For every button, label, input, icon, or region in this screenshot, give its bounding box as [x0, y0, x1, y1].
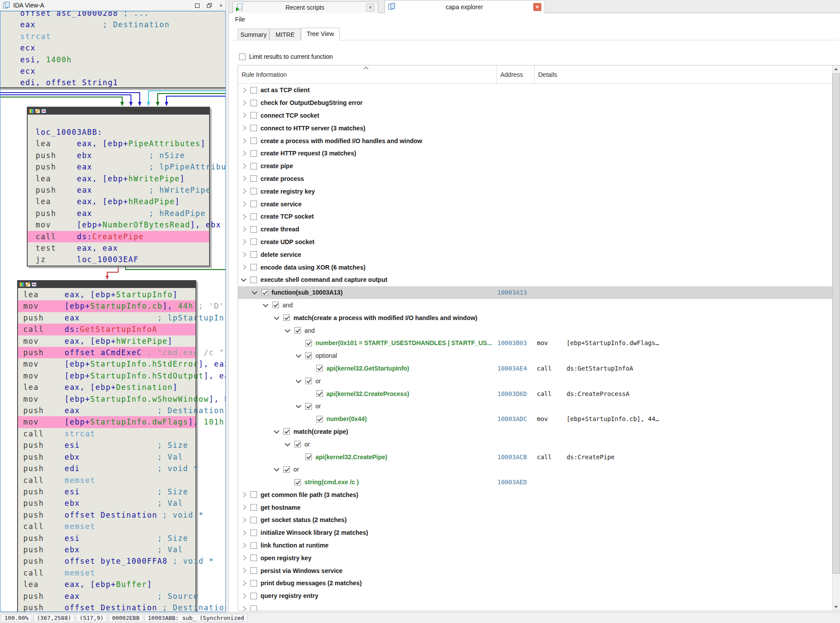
- tree-row[interactable]: create registry key: [238, 185, 832, 198]
- row-checkbox[interactable]: [294, 441, 301, 447]
- row-checkbox[interactable]: [250, 100, 257, 106]
- row-checkbox[interactable]: [272, 302, 279, 308]
- tree-row[interactable]: match(create a process with modified I/O…: [238, 311, 832, 324]
- tree-row[interactable]: check for OutputDebugString error: [238, 97, 832, 109]
- tree-row[interactable]: create pipe: [238, 160, 832, 173]
- tree-row[interactable]: or: [238, 400, 832, 413]
- close-tab-icon[interactable]: ×: [366, 4, 374, 11]
- tree-row[interactable]: query registry entry: [238, 590, 832, 602]
- row-checkbox[interactable]: [250, 580, 257, 587]
- row-checkbox[interactable]: [250, 555, 257, 561]
- column-rule-information[interactable]: Rule Information: [242, 71, 287, 78]
- basic-block-top[interactable]: offset asc_10000288 ; ...eax ; Destinati…: [0, 11, 226, 88]
- row-checkbox[interactable]: [250, 605, 257, 611]
- tree-row[interactable]: string(cmd.exe /c )10003AED: [238, 476, 832, 489]
- column-separator[interactable]: [496, 65, 497, 84]
- chevron-right-icon[interactable]: [241, 138, 246, 144]
- limit-results-checkbox[interactable]: [239, 54, 246, 60]
- tree-row[interactable]: api(kernel32.CreatePipe)10003ACBcall ds:…: [238, 450, 832, 463]
- ida-view-titlebar[interactable]: IDA View-A ×: [0, 0, 226, 11]
- chevron-right-icon[interactable]: [241, 188, 246, 194]
- row-checkbox[interactable]: [305, 454, 312, 460]
- chevron-down-icon[interactable]: [241, 276, 246, 282]
- chevron-down-icon[interactable]: [263, 302, 268, 307]
- chevron-right-icon[interactable]: [241, 151, 246, 156]
- tree-row[interactable]: api(kernel32.GetStartupInfo)10003AE4call…: [238, 362, 832, 375]
- ida-graph-canvas[interactable]: offset asc_10000288 ; ...eax ; Destinati…: [0, 11, 226, 612]
- chevron-right-icon[interactable]: [241, 492, 246, 498]
- row-checkbox[interactable]: [250, 504, 257, 511]
- tree-row[interactable]: [238, 602, 832, 611]
- basic-block-loc-10003abb[interactable]: loc_10003ABB:lea eax, [ebp+PipeAttribute…: [27, 107, 210, 266]
- scroll-down-icon[interactable]: [833, 603, 840, 611]
- scrollbar-thumb[interactable]: [833, 73, 840, 574]
- palette-icon[interactable]: [19, 282, 24, 287]
- tree-row[interactable]: delete service: [238, 248, 832, 261]
- row-checkbox[interactable]: [316, 365, 323, 371]
- restore-icon[interactable]: [206, 2, 214, 9]
- tree-row[interactable]: create a process with modified I/O handl…: [238, 134, 832, 147]
- row-checkbox[interactable]: [250, 226, 257, 233]
- row-checkbox[interactable]: [250, 238, 257, 245]
- vertical-scrollbar[interactable]: [832, 65, 840, 611]
- chevron-right-icon[interactable]: [241, 239, 246, 245]
- row-checkbox[interactable]: [305, 403, 312, 410]
- tree-row[interactable]: and: [238, 299, 832, 312]
- row-checkbox[interactable]: [294, 479, 301, 486]
- chevron-down-icon[interactable]: [296, 352, 301, 358]
- row-checkbox[interactable]: [250, 213, 257, 220]
- tree-row[interactable]: or: [238, 463, 832, 476]
- chevron-down-icon[interactable]: [274, 466, 279, 472]
- chevron-right-icon[interactable]: [241, 214, 246, 220]
- row-checkbox[interactable]: [250, 264, 257, 270]
- row-checkbox[interactable]: [250, 529, 257, 536]
- tab-summary[interactable]: Summary: [238, 29, 269, 40]
- chevron-right-icon[interactable]: [241, 593, 246, 599]
- tree-row[interactable]: execute shell command and capture output: [238, 274, 832, 286]
- row-checkbox[interactable]: [250, 137, 257, 144]
- column-address[interactable]: Address: [500, 71, 523, 78]
- row-checkbox[interactable]: [250, 201, 257, 207]
- tree-row[interactable]: create thread: [238, 223, 832, 236]
- chevron-right-icon[interactable]: [241, 163, 246, 169]
- row-checkbox[interactable]: [316, 390, 323, 397]
- maximize-icon[interactable]: [193, 2, 201, 9]
- row-checkbox[interactable]: [250, 567, 257, 574]
- basic-block-startupinfo[interactable]: lea eax, [ebp+StartupInfo]mov [ebp+Start…: [17, 280, 196, 612]
- tree-row[interactable]: match(create pipe): [238, 425, 832, 438]
- chevron-right-icon[interactable]: [241, 113, 246, 119]
- chevron-right-icon[interactable]: [241, 176, 246, 182]
- chevron-right-icon[interactable]: [241, 227, 246, 232]
- tab-tree-view[interactable]: Tree View: [301, 28, 340, 41]
- tree-row[interactable]: print debug messages (2 matches): [238, 577, 832, 590]
- tree-row[interactable]: create TCP socket: [238, 210, 832, 223]
- tree-row[interactable]: create process: [238, 173, 832, 185]
- tree-row[interactable]: or: [238, 438, 832, 450]
- tab-capa-explorer[interactable]: capa explorer ×: [384, 0, 545, 14]
- chevron-down-icon[interactable]: [296, 403, 301, 408]
- row-checkbox[interactable]: [250, 163, 257, 169]
- tree-row[interactable]: encode data using XOR (6 matches): [238, 261, 832, 274]
- chevron-right-icon[interactable]: [241, 555, 246, 561]
- column-details[interactable]: Details: [538, 71, 557, 78]
- tree-row[interactable]: create UDP socket: [238, 236, 832, 248]
- tree-row[interactable]: connect TCP socket: [238, 109, 832, 122]
- chevron-right-icon[interactable]: [241, 580, 246, 586]
- chevron-right-icon[interactable]: [241, 530, 246, 536]
- tree-row[interactable]: connect to HTTP server (3 matches): [238, 122, 832, 134]
- tree-row[interactable]: function(sub_10003A13)10003A13: [238, 286, 832, 299]
- row-checkbox[interactable]: [250, 251, 257, 258]
- row-checkbox[interactable]: [283, 428, 290, 435]
- tree-row[interactable]: get socket status (2 matches): [238, 514, 832, 526]
- row-checkbox[interactable]: [283, 466, 290, 473]
- table-header[interactable]: Rule Information Address Details: [238, 65, 832, 84]
- chevron-down-icon[interactable]: [285, 441, 290, 447]
- chevron-right-icon[interactable]: [241, 201, 246, 207]
- row-checkbox[interactable]: [250, 277, 257, 283]
- tree-row[interactable]: optional: [238, 349, 832, 362]
- xref-icon[interactable]: [41, 109, 46, 113]
- tree-row[interactable]: and: [238, 324, 832, 337]
- chevron-right-icon[interactable]: [241, 125, 246, 131]
- chevron-down-icon[interactable]: [285, 327, 290, 333]
- tree-row[interactable]: create service: [238, 198, 832, 210]
